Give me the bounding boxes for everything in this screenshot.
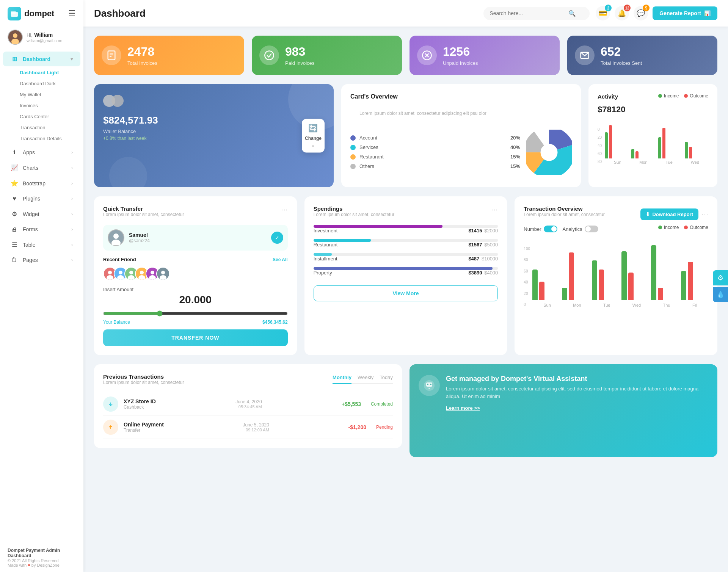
settings-panel-button[interactable]: ⚙ (713, 270, 728, 285)
big-bar-mon-outcome (569, 252, 574, 300)
big-bar-thu-income (651, 245, 656, 300)
bell-icon-btn[interactable]: 🔔 12 (615, 6, 629, 20)
download-report-button[interactable]: ⬇ Download Report (640, 208, 698, 220)
investment-bar-bg (314, 225, 498, 228)
transaction-title-area: Transaction Overview Lorem ipsum dolor s… (524, 205, 604, 223)
total-invoices-content: 2478 Total Invoices (127, 45, 157, 66)
sidebar-footer: Dompet Payment Admin Dashboard © 2021 Al… (0, 543, 83, 572)
last-row: Previous Transactions Lorem ipsum dolor … (94, 364, 717, 457)
quick-transfer-menu[interactable]: ⋯ (281, 205, 288, 214)
trans-type: Cashback (124, 404, 156, 410)
sidebar-item-apps[interactable]: ℹ Apps › (3, 145, 80, 160)
sub-nav-invoices[interactable]: Invoices (20, 100, 83, 111)
unpaid-invoices-number: 1256 (443, 45, 478, 59)
menu-icon[interactable]: ☰ (68, 9, 76, 19)
trans-icon-2 (103, 420, 118, 435)
change-label: Change (305, 136, 322, 141)
quick-transfer-header: Quick Transfer Lorem ipsum dolor sit ame… (103, 205, 288, 223)
see-all-link[interactable]: See All (273, 257, 288, 262)
transaction-legend: Income Outcome (658, 225, 708, 233)
big-bar-sun-outcome (539, 282, 544, 300)
view-more-button[interactable]: View More (314, 285, 498, 301)
chat-icon-btn[interactable]: 💬 5 (634, 6, 648, 20)
card-change-button[interactable]: 🔄 Change ▾ (302, 119, 325, 153)
transaction-overview-card: Transaction Overview Lorem ipsum dolor s… (515, 196, 717, 355)
number-toggle: Number (524, 226, 557, 232)
amount-slider[interactable] (103, 310, 288, 317)
toggle-knob (551, 226, 557, 232)
sub-nav-cards-center[interactable]: Cards Center (20, 111, 83, 122)
sidebar-item-plugins[interactable]: ♥ Plugins › (3, 191, 80, 206)
number-label: Number (524, 226, 541, 232)
paid-invoices-label: Paid Invoices (285, 60, 314, 66)
sidebar-item-widget[interactable]: ⚙ Widget › (3, 207, 80, 221)
tab-weekly[interactable]: Weekly (358, 375, 373, 383)
outcome-dot (684, 94, 688, 98)
transaction-menu[interactable]: ⋯ (701, 210, 708, 219)
friend-avatar-6[interactable] (156, 267, 170, 281)
sub-nav-my-wallet[interactable]: My Wallet (20, 89, 83, 100)
sidebar-item-bootstrap[interactable]: ⭐ Bootstrap › (3, 176, 80, 191)
spendings-card: Spendings Lorem ipsum dolor sit amet, co… (304, 196, 507, 355)
search-bar: 🔍 (483, 7, 590, 20)
sidebar: dompet ☰ Hi, William william@gmail.com ⊞… (0, 0, 83, 572)
wallet-icon-btn[interactable]: 💳 2 (596, 6, 610, 20)
svg-point-45 (430, 384, 431, 385)
bootstrap-icon: ⭐ (11, 180, 18, 187)
bar-group-tue (658, 128, 682, 158)
restaurant-label: Restaurant (314, 242, 338, 248)
sidebar-item-dashboard[interactable]: ⊞ Dashboard ▾ (3, 52, 80, 66)
big-bar-tue-income (592, 260, 597, 300)
sub-nav: Dashboard Light Dashboard Dark My Wallet… (0, 67, 83, 144)
tab-monthly[interactable]: Monthly (333, 375, 351, 384)
analytics-toggle-knob (585, 226, 591, 232)
water-panel-button[interactable]: 💧 (713, 287, 728, 302)
svg-point-32 (140, 271, 144, 274)
logo-container: dompet ☰ (0, 0, 83, 25)
number-toggle-switch[interactable] (544, 226, 557, 232)
va-learn-more-link[interactable]: Learn more >> (446, 405, 480, 411)
big-bar-mon (562, 252, 589, 300)
svg-point-20 (113, 234, 119, 239)
sub-nav-transaction[interactable]: Transaction (20, 122, 83, 133)
spendings-menu[interactable]: ⋯ (491, 205, 498, 214)
transaction-actions: ⬇ Download Report ⋯ (640, 208, 708, 220)
pie-chart-container (526, 130, 572, 175)
installment-label: Installment (314, 256, 337, 262)
sidebar-item-charts[interactable]: 📈 Charts › (3, 160, 80, 175)
wallet-card: $824,571.93 Wallet Balance +0.8% than la… (94, 84, 334, 187)
trans-income-legend: Income (658, 225, 679, 230)
prev-transactions-title: Previous Transactions (103, 373, 184, 380)
sub-nav-dashboard-dark[interactable]: Dashboard Dark (20, 78, 83, 89)
va-title: Get managed by Dompet's Virtual Assistan… (446, 375, 708, 383)
amount-display: 20.000 (103, 294, 288, 306)
sub-nav-transaction-details[interactable]: Transaction Details (20, 133, 83, 144)
sidebar-item-table[interactable]: ☰ Table › (3, 237, 80, 252)
sidebar-item-forms[interactable]: 🖨 Forms › (3, 222, 80, 237)
tab-today[interactable]: Today (380, 375, 393, 383)
recent-friend-row: Recent Friend See All (103, 257, 288, 262)
sub-nav-dashboard-light[interactable]: Dashboard Light (20, 67, 83, 78)
bar-tue-outcome (662, 128, 665, 158)
generate-btn-label: Generate Report (659, 10, 701, 16)
restaurant-row: Restaurant $1567 $5000 (314, 242, 498, 248)
generate-report-button[interactable]: Generate Report 📊 (653, 6, 717, 20)
trans-name-2: Online Payment (124, 422, 164, 428)
svg-point-29 (129, 271, 133, 274)
stat-card-unpaid-invoices: 1256 Unpaid Invoices (410, 36, 560, 75)
others-pct: 15% (510, 163, 520, 169)
transfer-now-button[interactable]: TRANSFER NOW (103, 329, 288, 346)
search-input[interactable] (490, 10, 565, 16)
user-email: william@gmail.com (27, 38, 62, 43)
plugins-icon: ♥ (11, 195, 18, 202)
active-user-avatar (108, 229, 124, 246)
svg-point-23 (108, 271, 112, 274)
unpaid-invoices-label: Unpaid Invoices (443, 60, 478, 66)
download-icon: ⬇ (646, 212, 650, 217)
analytics-toggle-switch[interactable] (585, 226, 598, 232)
content: 2478 Total Invoices 983 Paid Invoices (83, 27, 728, 572)
services-pct: 40% (510, 144, 520, 150)
trans-details: XYZ Store ID Cashback (124, 398, 156, 410)
trans-amount: +$5,553 (342, 401, 361, 407)
sidebar-item-pages[interactable]: 🗒 Pages › (3, 253, 80, 267)
